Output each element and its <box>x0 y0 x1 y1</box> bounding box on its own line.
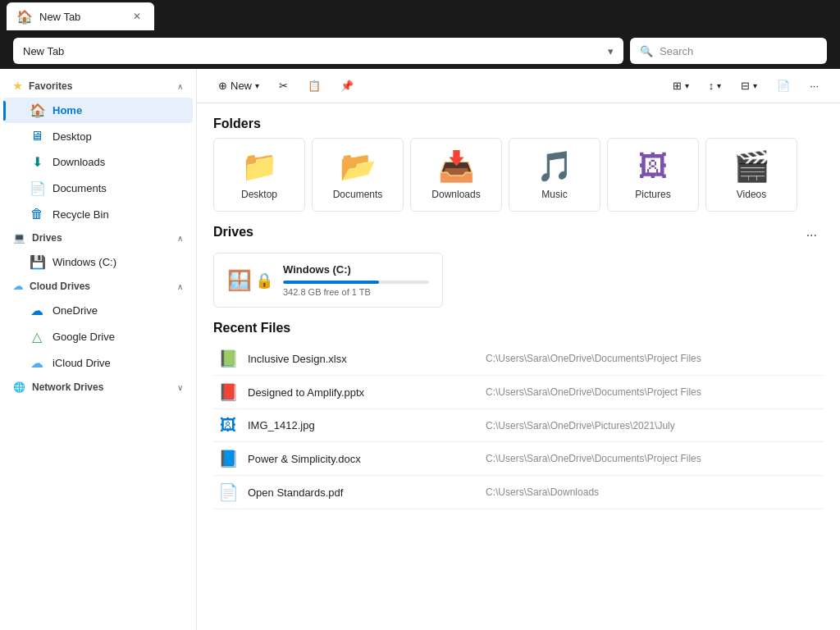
lock-icon: 🔒 <box>255 272 273 290</box>
sidebar-item-home[interactable]: 🏠 Home <box>3 98 193 123</box>
docx-name: Power & Simplicity.docx <box>248 453 477 465</box>
documents-folder-icon: 📂 <box>340 149 377 184</box>
cut-button[interactable]: ✂ <box>271 75 296 96</box>
favorites-section-header[interactable]: ★ Favorites ∧ <box>0 75 196 97</box>
tab-close-button[interactable]: ✕ <box>130 9 144 24</box>
cloud-drives-section-header[interactable]: ☁ Cloud Drives ∧ <box>0 276 196 297</box>
recent-file-docx[interactable]: 📘 Power & Simplicity.docx C:\Users\Sara\… <box>213 442 824 476</box>
onedrive-icon: ☁ <box>30 303 44 318</box>
drives-more-button[interactable]: ··· <box>800 225 824 246</box>
drive-info: Windows (C:) 342.8 GB free of 1 TB <box>283 263 429 297</box>
recent-file-pdf[interactable]: 📄 Open Standards.pdf C:\Users\Sara\Downl… <box>213 476 824 509</box>
windows-logo-icon: 🪟 <box>227 269 252 292</box>
pictures-folder-label: Pictures <box>635 189 670 200</box>
desktop-folder-icon: 📁 <box>241 149 278 184</box>
browser-tab[interactable]: 🏠 New Tab ✕ <box>7 2 154 30</box>
sidebar-documents-label: Documents <box>52 182 107 194</box>
copy-icon: 📋 <box>308 80 321 92</box>
layout-button[interactable]: ⊟ ▾ <box>733 75 765 96</box>
toolbar: New Tab ▾ 🔍 Search <box>0 33 840 69</box>
sort-button[interactable]: ↕ ▾ <box>701 75 730 96</box>
drive-name: Windows (C:) <box>283 263 429 276</box>
recycle-bin-icon: 🗑 <box>30 207 44 221</box>
main-window: ★ Favorites ∧ 🏠 Home 🖥 Desktop ⬇ Downloa… <box>0 69 840 630</box>
sort-chevron-icon: ▾ <box>717 81 721 90</box>
layout-icon: ⊟ <box>741 80 750 92</box>
recent-file-jpg[interactable]: 🖼 IMG_1412.jpg C:\Users\Sara\OneDrive\Pi… <box>213 409 824 442</box>
sidebar-item-documents[interactable]: 📄 Documents <box>3 176 193 201</box>
drive-card-icon-group: 🪟 🔒 <box>227 269 273 292</box>
downloads-folder-label: Downloads <box>431 189 480 200</box>
pdf-icon: 📄 <box>217 482 240 502</box>
folder-card-downloads[interactable]: 📥 Downloads <box>410 138 502 212</box>
recent-files-section: Recent Files 📗 Inclusive Design.xlsx C:\… <box>197 321 840 509</box>
sort-icon: ↕ <box>709 80 714 92</box>
paste-button[interactable]: 📌 <box>332 75 362 96</box>
address-text: New Tab <box>23 45 64 57</box>
recent-file-xlsx[interactable]: 📗 Inclusive Design.xlsx C:\Users\Sara\On… <box>213 342 824 376</box>
drives-icon: 💻 <box>13 232 25 244</box>
cloud-drives-icon: ☁ <box>13 281 23 292</box>
pdf-path: C:\Users\Sara\Downloads <box>486 486 599 498</box>
folder-card-music[interactable]: 🎵 Music <box>509 138 600 212</box>
drive-card-c[interactable]: 🪟 🔒 Windows (C:) 342.8 GB free of 1 TB <box>213 253 443 308</box>
videos-folder-icon: 🎬 <box>733 149 770 184</box>
folder-card-pictures[interactable]: 🖼 Pictures <box>607 138 699 212</box>
folders-section-title: Folders <box>197 103 840 138</box>
google-drive-icon: △ <box>30 329 44 345</box>
jpg-icon: 🖼 <box>217 416 240 435</box>
new-button[interactable]: ⊕ New ▾ <box>210 75 267 96</box>
drives-section-title: Drives <box>213 225 253 246</box>
documents-icon: 📄 <box>30 180 44 196</box>
jpg-path: C:\Users\Sara\OneDrive\Pictures\2021\Jul… <box>486 420 675 431</box>
sidebar-recycle-label: Recycle Bin <box>52 208 109 221</box>
network-drives-section-header[interactable]: 🌐 Network Drives ∨ <box>0 377 196 398</box>
sidebar-item-c-drive[interactable]: 💾 Windows (C:) <box>3 249 193 275</box>
folder-card-desktop[interactable]: 📁 Desktop <box>213 138 305 212</box>
copy-button[interactable]: 📋 <box>299 75 329 96</box>
favorites-chevron-icon: ∧ <box>177 82 183 91</box>
content-area: ⊕ New ▾ ✂ 📋 📌 ⊞ ▾ ↕ ▾ ⊟ <box>197 69 840 630</box>
folders-grid: 📁 Desktop 📂 Documents 📥 Downloads 🎵 Musi… <box>197 138 840 225</box>
sidebar-item-desktop[interactable]: 🖥 Desktop <box>3 124 193 148</box>
sidebar-desktop-label: Desktop <box>52 130 92 143</box>
cut-icon: ✂ <box>279 80 288 92</box>
cloud-drives-chevron-icon: ∧ <box>177 282 183 291</box>
folders-section: Folders 📁 Desktop 📂 Documents 📥 Download… <box>197 103 840 225</box>
desktop-icon: 🖥 <box>30 129 44 144</box>
sidebar-onedrive-label: OneDrive <box>52 304 98 317</box>
sidebar-item-onedrive[interactable]: ☁ OneDrive <box>3 298 193 323</box>
drives-section-header[interactable]: 💻 Drives ∧ <box>0 227 196 249</box>
more-options-icon: ··· <box>810 80 819 92</box>
c-drive-icon: 💾 <box>30 254 44 270</box>
folder-card-videos[interactable]: 🎬 Videos <box>705 138 797 212</box>
xlsx-icon: 📗 <box>217 349 240 368</box>
folder-card-documents[interactable]: 📂 Documents <box>312 138 404 212</box>
drives-section-header-row: Drives ··· <box>213 225 824 246</box>
recent-file-pptx[interactable]: 📕 Designed to Amplify.pptx C:\Users\Sara… <box>213 376 824 409</box>
xlsx-name: Inclusive Design.xlsx <box>248 353 477 365</box>
sidebar: ★ Favorites ∧ 🏠 Home 🖥 Desktop ⬇ Downloa… <box>0 69 197 630</box>
address-chevron-icon[interactable]: ▾ <box>608 45 614 57</box>
sidebar-item-icloud[interactable]: ☁ iCloud Drive <box>3 350 193 376</box>
view-button[interactable]: ⊞ ▾ <box>664 75 697 96</box>
drives-section: Drives ··· 🪟 🔒 Windows (C:) 342.8 GB fre… <box>197 225 840 321</box>
sidebar-item-recycle[interactable]: 🗑 Recycle Bin <box>3 202 193 226</box>
address-bar[interactable]: New Tab ▾ <box>13 38 623 64</box>
pptx-icon: 📕 <box>217 382 240 402</box>
sidebar-item-downloads[interactable]: ⬇ Downloads <box>3 149 193 175</box>
search-placeholder: Search <box>660 45 693 57</box>
cloud-drives-label: Cloud Drives <box>30 281 90 292</box>
new-plus-icon: ⊕ <box>218 80 227 92</box>
details-button[interactable]: 📄 <box>769 75 798 96</box>
sidebar-c-drive-label: Windows (C:) <box>52 256 116 268</box>
more-options-button[interactable]: ··· <box>801 75 827 96</box>
view-icon: ⊞ <box>673 80 682 92</box>
star-icon: ★ <box>13 80 22 92</box>
drive-free-space: 342.8 GB free of 1 TB <box>283 287 429 297</box>
sidebar-item-google-drive[interactable]: △ Google Drive <box>3 324 193 349</box>
tab-title: New Tab <box>39 11 123 23</box>
pdf-name: Open Standards.pdf <box>248 486 477 499</box>
docx-path: C:\Users\Sara\OneDrive\Documents\Project… <box>486 453 701 464</box>
search-bar[interactable]: 🔍 Search <box>630 38 827 64</box>
